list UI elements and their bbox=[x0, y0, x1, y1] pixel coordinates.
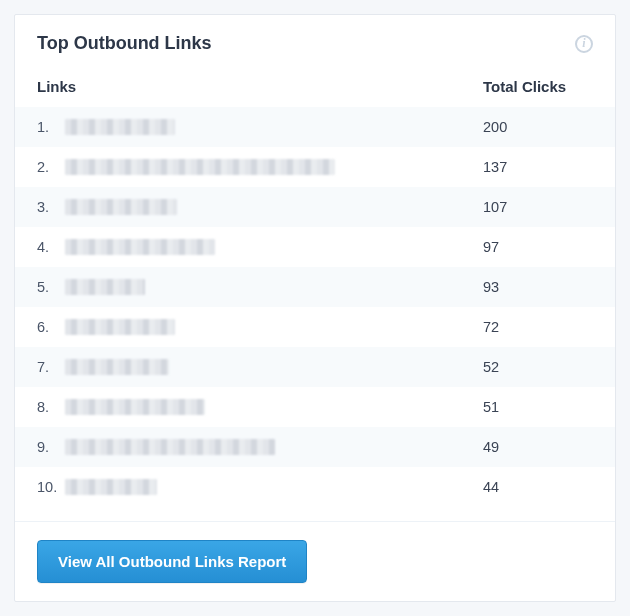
redacted-link bbox=[65, 119, 175, 135]
card-header: Top Outbound Links i bbox=[15, 15, 615, 60]
row-link[interactable] bbox=[65, 239, 483, 255]
card-footer: View All Outbound Links Report bbox=[15, 521, 615, 601]
row-link[interactable] bbox=[65, 119, 483, 135]
row-index: 10. bbox=[37, 479, 65, 495]
outbound-links-card: Top Outbound Links i Links Total Clicks … bbox=[14, 14, 616, 602]
row-index: 8. bbox=[37, 399, 65, 415]
table-header: Links Total Clicks bbox=[15, 60, 615, 107]
redacted-link bbox=[65, 159, 335, 175]
view-all-report-button[interactable]: View All Outbound Links Report bbox=[37, 540, 307, 583]
table-row: 8.51 bbox=[15, 387, 615, 427]
row-index: 7. bbox=[37, 359, 65, 375]
table-row: 6.72 bbox=[15, 307, 615, 347]
redacted-link bbox=[65, 279, 145, 295]
redacted-link bbox=[65, 439, 275, 455]
row-index: 6. bbox=[37, 319, 65, 335]
redacted-link bbox=[65, 319, 175, 335]
table-row: 7.52 bbox=[15, 347, 615, 387]
row-index: 9. bbox=[37, 439, 65, 455]
table-row: 10.44 bbox=[15, 467, 615, 507]
card-title: Top Outbound Links bbox=[37, 33, 212, 54]
table-row: 9.49 bbox=[15, 427, 615, 467]
redacted-link bbox=[65, 479, 157, 495]
row-clicks: 137 bbox=[483, 159, 593, 175]
row-clicks: 200 bbox=[483, 119, 593, 135]
row-link[interactable] bbox=[65, 279, 483, 295]
header-links: Links bbox=[37, 78, 483, 95]
header-clicks: Total Clicks bbox=[483, 78, 593, 95]
table-row: 5.93 bbox=[15, 267, 615, 307]
info-icon[interactable]: i bbox=[575, 35, 593, 53]
row-index: 4. bbox=[37, 239, 65, 255]
redacted-link bbox=[65, 199, 177, 215]
row-clicks: 93 bbox=[483, 279, 593, 295]
row-link[interactable] bbox=[65, 199, 483, 215]
row-clicks: 72 bbox=[483, 319, 593, 335]
row-index: 2. bbox=[37, 159, 65, 175]
row-link[interactable] bbox=[65, 439, 483, 455]
row-clicks: 52 bbox=[483, 359, 593, 375]
row-clicks: 44 bbox=[483, 479, 593, 495]
row-link[interactable] bbox=[65, 359, 483, 375]
row-link[interactable] bbox=[65, 479, 483, 495]
row-link[interactable] bbox=[65, 399, 483, 415]
row-clicks: 49 bbox=[483, 439, 593, 455]
table-row: 4.97 bbox=[15, 227, 615, 267]
row-index: 5. bbox=[37, 279, 65, 295]
table-row: 3.107 bbox=[15, 187, 615, 227]
row-index: 3. bbox=[37, 199, 65, 215]
row-index: 1. bbox=[37, 119, 65, 135]
table-rows: 1.2002.1373.1074.975.936.727.528.519.491… bbox=[15, 107, 615, 521]
table-row: 2.137 bbox=[15, 147, 615, 187]
redacted-link bbox=[65, 399, 205, 415]
redacted-link bbox=[65, 239, 215, 255]
table-row: 1.200 bbox=[15, 107, 615, 147]
row-clicks: 97 bbox=[483, 239, 593, 255]
row-clicks: 107 bbox=[483, 199, 593, 215]
row-link[interactable] bbox=[65, 319, 483, 335]
redacted-link bbox=[65, 359, 169, 375]
row-link[interactable] bbox=[65, 159, 483, 175]
row-clicks: 51 bbox=[483, 399, 593, 415]
